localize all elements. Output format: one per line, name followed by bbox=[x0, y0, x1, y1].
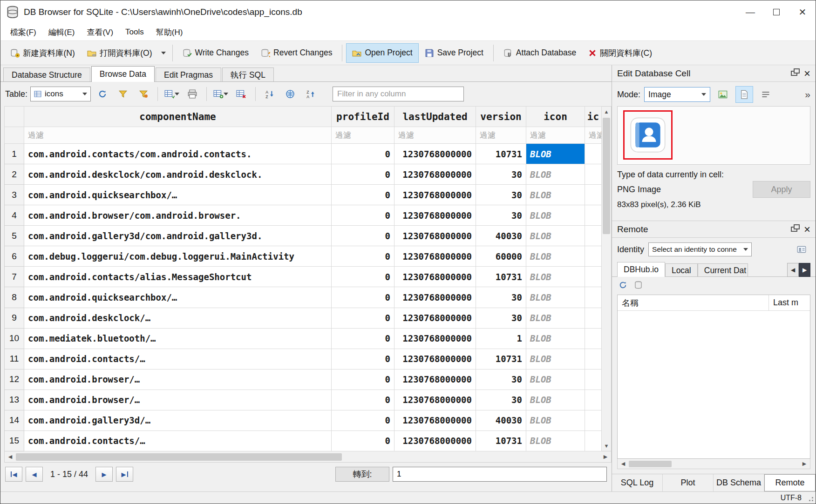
dock-tab-sql-log[interactable]: SQL Log bbox=[612, 474, 663, 491]
remote-clone-database-button[interactable] bbox=[634, 281, 643, 292]
scroll-left-arrow-icon[interactable]: ◀ bbox=[618, 461, 629, 467]
filter-lastUpdated[interactable]: 過濾 bbox=[394, 127, 476, 144]
componentName-cell[interactable]: com.android.gallery3d/com.android.galler… bbox=[24, 226, 332, 246]
ic-cell[interactable] bbox=[585, 390, 602, 410]
encoding-button[interactable] bbox=[281, 86, 299, 102]
scroll-down-arrow-icon[interactable]: ▼ bbox=[602, 441, 611, 451]
goto-button[interactable]: 轉到: bbox=[335, 467, 389, 482]
profileId-cell[interactable]: 0 bbox=[332, 267, 394, 287]
horizontal-scrollbar-thumb[interactable] bbox=[16, 453, 342, 461]
version-cell[interactable]: 10731 bbox=[476, 144, 526, 164]
identity-select[interactable]: Select an identity to conne bbox=[648, 242, 752, 256]
maximize-button[interactable] bbox=[763, 0, 789, 24]
componentName-cell[interactable]: com.debug.loggerui/com.debug.loggerui.Ma… bbox=[24, 246, 332, 267]
goto-record-input[interactable] bbox=[393, 467, 607, 482]
remote-column-name[interactable]: 名稱 bbox=[618, 295, 769, 310]
icon-cell[interactable]: BLOB bbox=[526, 430, 585, 451]
lastUpdated-cell[interactable]: 1230768000000 bbox=[394, 246, 476, 267]
profileId-cell[interactable]: 0 bbox=[332, 164, 394, 185]
componentName-cell[interactable]: com.android.contacts/… bbox=[24, 349, 332, 369]
new-database-button[interactable]: 新建資料庫(N) bbox=[4, 43, 81, 63]
vertical-scrollbar[interactable]: ▲ ▼ bbox=[602, 106, 612, 451]
row-number-cell[interactable]: 5 bbox=[5, 226, 24, 246]
version-cell[interactable]: 60000 bbox=[476, 246, 526, 267]
row-number-cell[interactable]: 12 bbox=[5, 369, 24, 390]
dock-tab-remote[interactable]: Remote bbox=[764, 474, 816, 491]
save-project-button[interactable]: Save Project bbox=[419, 43, 490, 63]
delete-record-button[interactable] bbox=[232, 86, 250, 102]
row-number-cell[interactable]: 8 bbox=[5, 287, 24, 308]
profileId-cell[interactable]: 0 bbox=[332, 410, 394, 430]
sort-descending-button[interactable]: Z A bbox=[302, 86, 320, 102]
componentName-cell[interactable]: com.android.browser/… bbox=[24, 369, 332, 390]
version-cell[interactable]: 30 bbox=[476, 185, 526, 205]
version-cell[interactable]: 30 bbox=[476, 287, 526, 308]
last-page-button[interactable]: ▶ bbox=[116, 467, 133, 482]
tab-scroll-right-button[interactable]: ▶ bbox=[799, 263, 810, 277]
new-record-button[interactable] bbox=[163, 86, 181, 102]
tab-execute-sql[interactable]: 執行 SQL bbox=[222, 67, 274, 82]
refresh-table-button[interactable] bbox=[94, 86, 111, 102]
row-number-cell[interactable]: 2 bbox=[5, 164, 24, 185]
lastUpdated-cell[interactable]: 1230768000000 bbox=[394, 287, 476, 308]
icon-cell[interactable]: BLOB bbox=[526, 287, 585, 308]
menu-edit[interactable]: 編輯(E) bbox=[42, 27, 81, 38]
encoding-status[interactable]: UTF-8 bbox=[781, 494, 802, 502]
close-panel-icon[interactable]: × bbox=[804, 224, 810, 235]
resize-grip-icon[interactable] bbox=[812, 500, 813, 501]
row-number-cell[interactable]: 13 bbox=[5, 390, 24, 410]
icon-cell[interactable]: BLOB bbox=[526, 349, 585, 369]
vertical-scrollbar-thumb[interactable] bbox=[603, 118, 610, 234]
row-number-cell[interactable]: 7 bbox=[5, 267, 24, 287]
icon-cell[interactable]: BLOB bbox=[526, 267, 585, 287]
column-header-lastUpdated[interactable]: lastUpdated bbox=[394, 107, 476, 127]
column-header-icon[interactable]: icon bbox=[526, 107, 585, 127]
version-cell[interactable]: 30 bbox=[476, 164, 526, 185]
profileId-cell[interactable]: 0 bbox=[332, 287, 394, 308]
lastUpdated-cell[interactable]: 1230768000000 bbox=[394, 390, 476, 410]
componentName-cell[interactable]: com.android.quicksearchbox/… bbox=[24, 287, 332, 308]
menu-view[interactable]: 查看(V) bbox=[81, 27, 119, 38]
open-database-dropdown-button[interactable] bbox=[158, 43, 169, 63]
ic-cell[interactable] bbox=[585, 349, 602, 369]
version-cell[interactable]: 40030 bbox=[476, 226, 526, 246]
profileId-cell[interactable]: 0 bbox=[332, 349, 394, 369]
remote-refresh-button[interactable] bbox=[619, 281, 627, 292]
icon-cell[interactable]: BLOB bbox=[526, 369, 585, 390]
row-number-cell[interactable]: 9 bbox=[5, 308, 24, 328]
print-button[interactable] bbox=[184, 86, 201, 102]
profileId-cell[interactable]: 0 bbox=[332, 144, 394, 164]
ic-cell[interactable] bbox=[585, 267, 602, 287]
tab-edit-pragmas[interactable]: Edit Pragmas bbox=[156, 67, 221, 82]
remote-tab-local[interactable]: Local bbox=[665, 263, 698, 277]
import-identity-button[interactable] bbox=[793, 242, 810, 257]
icon-cell[interactable]: BLOB bbox=[526, 390, 585, 410]
sort-ascending-button[interactable]: A Z bbox=[261, 86, 279, 102]
filter-any-column-input[interactable] bbox=[333, 87, 464, 101]
lastUpdated-cell[interactable]: 1230768000000 bbox=[394, 205, 476, 226]
icon-cell[interactable]: BLOB bbox=[526, 144, 585, 164]
scroll-right-arrow-icon[interactable]: ▶ bbox=[799, 461, 810, 467]
ic-cell[interactable] bbox=[585, 185, 602, 205]
remote-tab-current-database[interactable]: Current Dat bbox=[698, 263, 748, 277]
icon-cell[interactable]: BLOB bbox=[526, 185, 585, 205]
row-number-cell[interactable]: 11 bbox=[5, 349, 24, 369]
componentName-cell[interactable]: com.android.browser/… bbox=[24, 390, 332, 410]
filter-button[interactable] bbox=[114, 86, 132, 102]
open-project-button[interactable]: Open Project bbox=[346, 43, 418, 63]
column-header-componentName[interactable]: componentName bbox=[24, 107, 332, 127]
icon-cell[interactable]: BLOB bbox=[526, 164, 585, 185]
version-cell[interactable]: 30 bbox=[476, 390, 526, 410]
componentName-cell[interactable]: com.android.deskclock/com.android.deskcl… bbox=[24, 164, 332, 185]
lastUpdated-cell[interactable]: 1230768000000 bbox=[394, 267, 476, 287]
remote-horizontal-scrollbar[interactable]: ◀ ▶ bbox=[617, 459, 810, 469]
componentName-cell[interactable]: com.android.browser/com.android.browser. bbox=[24, 205, 332, 226]
ic-cell[interactable] bbox=[585, 328, 602, 349]
version-cell[interactable]: 10731 bbox=[476, 267, 526, 287]
lastUpdated-cell[interactable]: 1230768000000 bbox=[394, 164, 476, 185]
ic-cell[interactable] bbox=[585, 246, 602, 267]
tab-database-structure[interactable]: Database Structure bbox=[3, 67, 90, 82]
lastUpdated-cell[interactable]: 1230768000000 bbox=[394, 226, 476, 246]
apply-button[interactable]: Apply bbox=[753, 181, 810, 198]
filter-profileId[interactable]: 過濾 bbox=[332, 127, 394, 144]
